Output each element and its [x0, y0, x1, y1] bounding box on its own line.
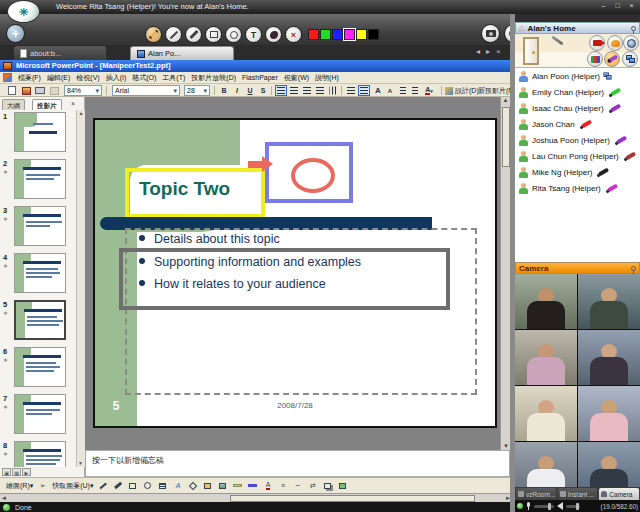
align-right-button[interactable]: [301, 85, 313, 96]
shadow-style-icon[interactable]: [322, 481, 333, 491]
webcam-feed[interactable]: [578, 330, 640, 385]
webcam-feed[interactable]: [578, 274, 640, 329]
webcam-feed[interactable]: [515, 330, 577, 385]
select-pointer-icon[interactable]: ➢: [37, 481, 48, 491]
fill-color-icon[interactable]: [232, 481, 243, 491]
line-tool-icon[interactable]: [165, 26, 182, 43]
horizontal-scrollbar[interactable]: ◄ ►: [0, 493, 512, 502]
slide-thumbnail-1[interactable]: [14, 112, 66, 152]
numbered-list-button[interactable]: [345, 85, 357, 96]
font-combo[interactable]: Arial▾: [112, 85, 180, 96]
ellipse-tool-icon[interactable]: [225, 26, 242, 43]
participant-row[interactable]: Jason Chan: [515, 116, 640, 132]
zoom-combo[interactable]: 84%▾: [64, 85, 102, 96]
view-button[interactable]: [623, 35, 639, 51]
minimize-button[interactable]: –: [598, 1, 609, 11]
print-icon[interactable]: [34, 85, 46, 96]
pin-icon[interactable]: [631, 266, 636, 271]
slideshow-button[interactable]: ▶: [22, 468, 31, 476]
menu-slideshow[interactable]: 投影片放映(D): [188, 73, 239, 83]
add-tab-button[interactable]: +: [6, 24, 25, 43]
menu-file[interactable]: 檔案(F): [15, 73, 44, 83]
webcam-feed[interactable]: [515, 386, 577, 441]
slide-thumbnail-6[interactable]: [14, 347, 66, 387]
underline-button[interactable]: U: [244, 85, 256, 96]
participant-row[interactable]: Joshua Poon (Helper): [515, 132, 640, 148]
menu-window[interactable]: 視窗(W): [281, 73, 312, 83]
text-shadow-button[interactable]: S: [257, 85, 269, 96]
participant-row[interactable]: Lau Chun Pong (Helper): [515, 148, 640, 164]
indent-button[interactable]: [409, 85, 421, 96]
tab-instant[interactable]: Instant ...: [558, 488, 598, 500]
tab-next-icon[interactable]: ▸: [486, 47, 490, 56]
columns-button[interactable]: [327, 85, 339, 96]
normal-view-button[interactable]: ▣: [2, 468, 11, 476]
slide-thumbnail-8[interactable]: [14, 441, 66, 467]
diagram-icon[interactable]: [187, 481, 198, 491]
clear-annotations-icon[interactable]: ×: [285, 26, 302, 43]
share-screen-button[interactable]: [622, 51, 638, 67]
rectangle-tool-icon[interactable]: [205, 26, 222, 43]
thick-line-tool-icon[interactable]: [185, 26, 202, 43]
participant-row[interactable]: Isaac Chau (Helper): [515, 100, 640, 116]
color-swatch-green[interactable]: [320, 29, 331, 40]
pointer-stick-icon[interactable]: [551, 36, 563, 46]
arrow-style-icon[interactable]: ⇄: [307, 481, 318, 491]
outdent-button[interactable]: [397, 85, 409, 96]
tab-close-icon[interactable]: ×: [496, 47, 501, 56]
pin-icon[interactable]: [631, 26, 636, 31]
vertical-scrollbar[interactable]: ▲ ▼: [500, 97, 510, 450]
color-swatch-black[interactable]: [368, 29, 379, 40]
snapshot-button[interactable]: [481, 24, 500, 43]
tab-outline[interactable]: 大綱: [2, 99, 25, 110]
menu-insert[interactable]: 插入(I): [103, 73, 130, 83]
slide-thumbnail-7[interactable]: [14, 394, 66, 434]
webcam-feed[interactable]: [578, 442, 640, 487]
webcam-feed[interactable]: [515, 274, 577, 329]
notes-pane[interactable]: 按一下以新增備忘稿: [85, 450, 510, 477]
slide-canvas[interactable]: Topic Two Details about this topic Suppo…: [93, 118, 497, 428]
permission-icon[interactable]: [20, 85, 32, 96]
menu-help[interactable]: 說明(H): [312, 73, 342, 83]
align-center-button[interactable]: [288, 85, 300, 96]
autoshapes-menu[interactable]: 快取圖案(U)▾: [52, 481, 93, 491]
pens-button[interactable]: [587, 51, 603, 67]
tab-alan-room[interactable]: Alan Po...: [130, 46, 234, 60]
ink-tool-icon[interactable]: [265, 26, 282, 43]
color-swatch-red[interactable]: [308, 29, 319, 40]
menu-view[interactable]: 檢視(V): [73, 73, 102, 83]
participant-row[interactable]: Alan Poon (Helper): [515, 68, 640, 84]
italic-button[interactable]: I: [231, 85, 243, 96]
shrink-font-button[interactable]: A: [384, 85, 396, 96]
participant-row[interactable]: Rita Tsang (Helper): [515, 180, 640, 196]
close-button[interactable]: ×: [626, 1, 637, 11]
rectangle-shape-icon[interactable]: [127, 481, 138, 491]
oval-shape-icon[interactable]: [142, 481, 153, 491]
font-size-combo[interactable]: 28▾: [184, 85, 210, 96]
pane-scrollbar[interactable]: ▲ ▼: [76, 110, 85, 467]
webcam-feed[interactable]: [515, 442, 577, 487]
handshake-button[interactable]: [607, 35, 623, 51]
grow-font-button[interactable]: A: [372, 85, 384, 96]
bullet-list-button[interactable]: [358, 85, 370, 96]
participant-row[interactable]: Emily Chan (Helper): [515, 84, 640, 100]
slide-thumbnail-4[interactable]: [14, 253, 66, 293]
sorter-view-button[interactable]: ▦: [12, 468, 21, 476]
picture-icon[interactable]: [217, 481, 228, 491]
participant-row[interactable]: Mike Ng (Helper): [515, 164, 640, 180]
arrow-shape-icon[interactable]: [112, 481, 123, 491]
draw-menu[interactable]: 繪圖(R)▾: [6, 481, 33, 491]
design-button[interactable]: 設計(D): [445, 85, 479, 96]
microphone-icon[interactable]: [526, 502, 531, 510]
speaker-icon[interactable]: [557, 502, 563, 510]
tab-slides[interactable]: 投影片: [32, 99, 62, 110]
menu-flashpaper[interactable]: FlashPaper: [239, 74, 281, 81]
bold-button[interactable]: B: [218, 85, 230, 96]
new-doc-icon[interactable]: [6, 85, 18, 96]
align-justify-button[interactable]: [314, 85, 326, 96]
line-style-icon[interactable]: ≡: [277, 481, 288, 491]
line-shape-icon[interactable]: [97, 481, 108, 491]
tab-about-blank[interactable]: about:b...: [14, 46, 106, 60]
dash-style-icon[interactable]: ┄: [292, 481, 303, 491]
slide-thumbnail-5-selected[interactable]: [14, 300, 66, 340]
